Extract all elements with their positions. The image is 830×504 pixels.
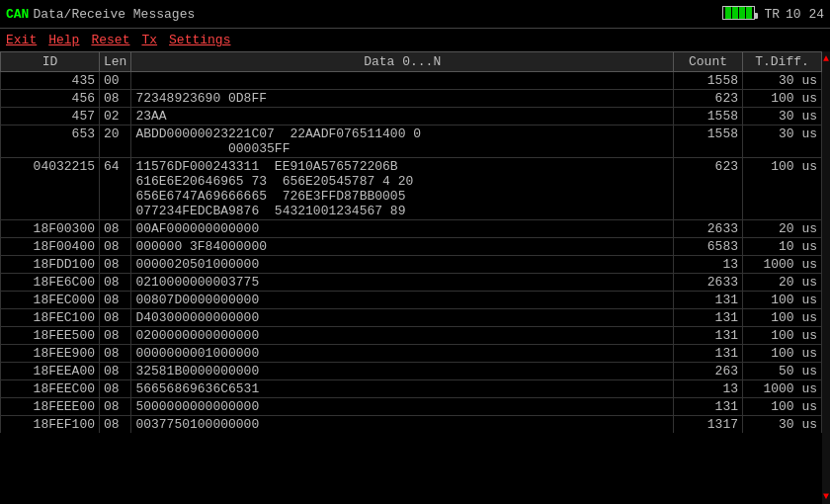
header-data: Data 0...N [131,52,674,72]
cell-len: 08 [100,292,131,309]
cell-tdiff: 100 us [743,309,822,327]
titlebar-left: CAN Data/Receive Messages [6,7,195,22]
cell-len: 08 [100,398,131,416]
table-row: 18FEEE00085000000000000000131100 us [1,398,822,416]
cell-count: 131 [674,327,743,345]
cell-len: 08 [100,309,131,327]
cell-tdiff: 50 us [743,363,822,380]
table-row: 18FEEA000832581B000000000026350 us [1,363,822,380]
cell-id: 18FEEA00 [1,363,100,380]
cell-count: 1558 [674,126,743,158]
cell-data: 5000000000000000 [131,398,674,416]
menu-exit[interactable]: Exit [6,33,37,47]
cell-len: 08 [100,220,131,238]
battery-tip [755,13,758,19]
table-row: 18FEE900080000000001000000131100 us [1,345,822,363]
cell-id: 18FDD100 [1,256,100,274]
table-body: 43500155830 us4560872348923690 0D8FF6231… [1,72,822,434]
cell-len: 08 [100,238,131,256]
cell-tdiff: 1000 us [743,380,822,398]
cell-count: 13 [674,256,743,274]
cell-data: 72348923690 0D8FF [131,90,674,108]
table-row: 18F003000800AF000000000000263320 us [1,220,822,238]
table-row: 18FEEC000856656869636C6531131000 us [1,380,822,398]
cell-data [131,72,674,90]
cell-len: 08 [100,256,131,274]
cell-data: 11576DF000243311 EE910A576572206B 616E6E… [131,158,674,220]
cell-data: 23AA [131,108,674,126]
table-row: 040322156411576DF000243311 EE910A5765722… [1,158,822,220]
table-row: 18FEF100080037750100000000131730 us [1,416,822,434]
cell-data: 000000 3F84000000 [131,238,674,256]
table-row: 18FEC10008D403000000000000131100 us [1,309,822,327]
cell-tdiff: 30 us [743,72,822,90]
cell-data: ABDD00000023221C07 22AADF076511400 0 000… [131,126,674,158]
cell-count: 131 [674,345,743,363]
cell-data: D403000000000000 [131,309,674,327]
cell-count: 263 [674,363,743,380]
menu-tx[interactable]: Tx [141,33,157,47]
table-row: 18FDD100080000020501000000131000 us [1,256,822,274]
menu-help[interactable]: Help [48,33,79,47]
titlebar: CAN Data/Receive Messages TR 10 24 [0,0,830,28]
battery-shell [722,6,755,20]
cell-data: 00AF000000000000 [131,220,674,238]
cell-tdiff: 100 us [743,90,822,108]
cell-tdiff: 100 us [743,345,822,363]
cell-id: 18FEEC00 [1,380,100,398]
cell-len: 08 [100,363,131,380]
cell-id: 18FE6C00 [1,274,100,292]
cell-data: 0037750100000000 [131,416,674,434]
cell-count: 1317 [674,416,743,434]
cell-len: 08 [100,416,131,434]
cell-tdiff: 20 us [743,220,822,238]
table-row: 4560872348923690 0D8FF623100 us [1,90,822,108]
titlebar-right: TR 10 24 [722,6,824,23]
cell-tdiff: 1000 us [743,256,822,274]
cell-tdiff: 100 us [743,327,822,345]
cell-data: 0200000000000000 [131,327,674,345]
table-row: 18F0040008000000 3F84000000658310 us [1,238,822,256]
table-row: 43500155830 us [1,72,822,90]
scroll-down-arrow[interactable]: ▼ [823,491,829,502]
battery-icon [722,6,758,23]
cell-id: 456 [1,90,100,108]
cell-id: 04032215 [1,158,100,220]
menu-settings[interactable]: Settings [169,33,230,47]
cell-id: 457 [1,108,100,126]
cell-id: 18FEE500 [1,327,100,345]
cell-tdiff: 100 us [743,398,822,416]
cell-data: 0000020501000000 [131,256,674,274]
cell-data: 0000000001000000 [131,345,674,363]
table-row: 65320ABDD00000023221C07 22AADF076511400 … [1,126,822,158]
cell-id: 653 [1,126,100,158]
cell-tdiff: 30 us [743,126,822,158]
battery-bar-4 [746,7,752,19]
table-area: ID Len Data 0...N Count T.Diff. 43500155… [0,51,830,504]
tr-label: TR [764,7,780,22]
cell-data: 0210000000003775 [131,274,674,292]
cell-id: 435 [1,72,100,90]
header-id: ID [1,52,100,72]
table-row: 18FEE500080200000000000000131100 us [1,327,822,345]
cell-count: 131 [674,398,743,416]
cell-count: 623 [674,90,743,108]
cell-len: 02 [100,108,131,126]
table-row: 4570223AA155830 us [1,108,822,126]
cell-len: 64 [100,158,131,220]
data-table: ID Len Data 0...N Count T.Diff. 43500155… [0,51,822,433]
cell-tdiff: 30 us [743,108,822,126]
cell-id: 18FEC000 [1,292,100,309]
cell-tdiff: 100 us [743,158,822,220]
right-scrollbar[interactable]: ▲ ▼ [822,51,830,504]
cell-data: 32581B0000000000 [131,363,674,380]
scroll-up-arrow[interactable]: ▲ [823,53,829,64]
cell-tdiff: 30 us [743,416,822,434]
cell-len: 00 [100,72,131,90]
cell-count: 2633 [674,274,743,292]
cell-data: 56656869636C6531 [131,380,674,398]
cell-count: 131 [674,292,743,309]
menu-reset[interactable]: Reset [91,33,129,47]
cell-id: 18F00300 [1,220,100,238]
cell-len: 08 [100,380,131,398]
